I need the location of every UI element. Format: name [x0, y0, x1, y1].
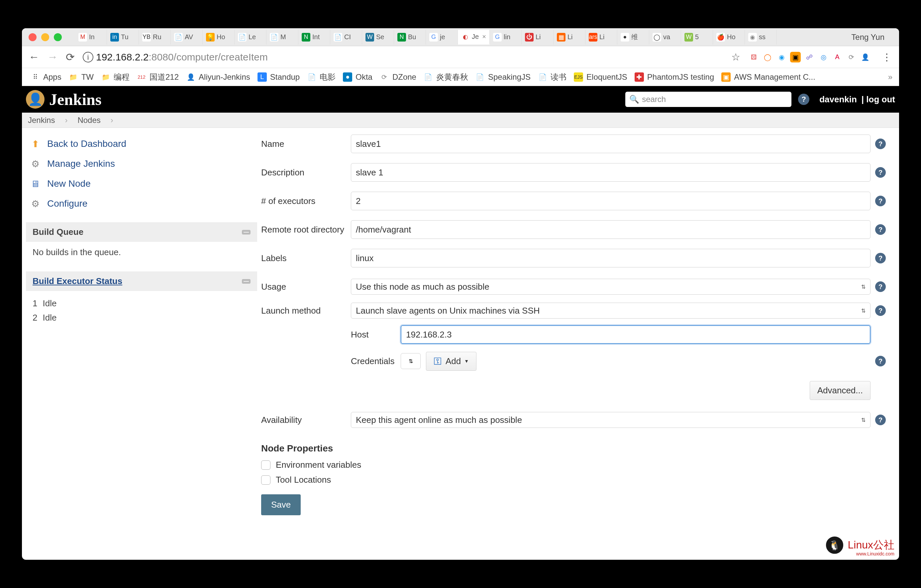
- crumb[interactable]: Nodes: [77, 115, 100, 125]
- browser-tab[interactable]: inTu: [107, 30, 139, 44]
- help-icon[interactable]: ?: [875, 138, 886, 149]
- jenkins-logo-icon[interactable]: 👤: [26, 90, 44, 109]
- bookmark-item[interactable]: ⠿Apps: [29, 72, 63, 82]
- browser-tab[interactable]: ●维: [617, 30, 649, 44]
- bookmark-item[interactable]: LStandup: [255, 72, 302, 82]
- ext-icon[interactable]: ◯: [762, 52, 773, 62]
- availability-select[interactable]: Keep this agent online as much as possib…: [351, 412, 871, 428]
- bookmark-item[interactable]: EJSEloquentJS: [572, 72, 629, 82]
- save-button[interactable]: Save: [261, 494, 301, 515]
- help-icon[interactable]: ?: [875, 281, 886, 292]
- ext-icon[interactable]: ◎: [818, 52, 829, 62]
- launch-select[interactable]: Launch slave agents on Unix machines via…: [351, 303, 871, 318]
- bookmark-item[interactable]: 📄电影: [305, 72, 338, 82]
- labels-input[interactable]: [351, 249, 871, 267]
- browser-tab[interactable]: 📄AV: [171, 30, 203, 44]
- checkbox[interactable]: [261, 475, 270, 485]
- checkbox[interactable]: [261, 460, 270, 470]
- browser-tab[interactable]: 📄M: [267, 30, 298, 44]
- ext-icon[interactable]: ⟳: [846, 52, 856, 62]
- ext-icon[interactable]: A: [832, 52, 843, 62]
- help-icon[interactable]: ?: [875, 224, 886, 235]
- browser-tab[interactable]: WSe: [362, 30, 394, 44]
- collapse-icon[interactable]: —: [242, 279, 251, 284]
- site-info-icon[interactable]: i: [83, 52, 93, 62]
- logout-link[interactable]: | log out: [862, 94, 895, 105]
- bookmark-item[interactable]: 📁TW: [67, 72, 96, 82]
- advanced-button[interactable]: Advanced...: [810, 381, 871, 400]
- browser-tab[interactable]: Gje: [426, 30, 458, 44]
- address-bar[interactable]: i 192.168.2.2:8080/computer/createItem: [83, 52, 723, 63]
- add-credentials-button[interactable]: ⚿ Add ▼: [426, 352, 477, 371]
- help-icon[interactable]: ?: [875, 356, 886, 366]
- browser-tab[interactable]: ▦Li: [553, 30, 586, 44]
- user-link[interactable]: davenkin: [819, 94, 857, 105]
- browser-tab[interactable]: W5: [681, 30, 713, 44]
- back-icon[interactable]: ←: [29, 51, 39, 63]
- bookmark-item[interactable]: 📁编程: [99, 72, 132, 82]
- browser-tab[interactable]: ◐Je×: [458, 30, 490, 44]
- browser-tab[interactable]: YBRu: [139, 30, 171, 44]
- toolbar: ← → ⟳ i 192.168.2.2:8080/computer/create…: [22, 46, 899, 68]
- executors-input[interactable]: [351, 192, 871, 210]
- help-icon[interactable]: ?: [875, 414, 886, 425]
- bookmark-item[interactable]: ⟳DZone: [378, 72, 418, 82]
- close-tab-icon[interactable]: ×: [482, 33, 486, 41]
- browser-tab[interactable]: 🍎Ho: [713, 30, 745, 44]
- browser-tab[interactable]: Glin: [490, 30, 522, 44]
- sidebar-item[interactable]: ⬆Back to Dashboard: [26, 134, 257, 154]
- credentials-select[interactable]: ⇅: [401, 353, 421, 369]
- bookmark-item[interactable]: ✚PhantomJS testing: [633, 72, 716, 82]
- bookmark-item[interactable]: ▣AWS Management C...: [719, 72, 817, 82]
- browser-tab[interactable]: ◯va: [649, 30, 681, 44]
- host-input[interactable]: [401, 325, 871, 344]
- chevron-right-icon: ›: [111, 115, 113, 125]
- browser-tab[interactable]: ◉ss: [745, 30, 777, 44]
- browser-tab[interactable]: 📄Le: [234, 30, 267, 44]
- browser-tab[interactable]: NBu: [394, 30, 426, 44]
- ext-icon[interactable]: ⚄: [748, 52, 759, 62]
- help-icon[interactable]: ?: [875, 167, 886, 178]
- help-icon[interactable]: ?: [875, 305, 886, 316]
- sidebar-item[interactable]: 🖥New Node: [26, 174, 257, 194]
- browser-tab[interactable]: NInt: [298, 30, 330, 44]
- bookmarks-overflow-icon[interactable]: »: [888, 72, 892, 82]
- bookmark-item[interactable]: 📄读书: [536, 72, 568, 82]
- bookmark-item[interactable]: 📄炎黄春秋: [421, 72, 470, 82]
- maximize-icon[interactable]: [54, 33, 62, 41]
- description-input[interactable]: [351, 163, 871, 182]
- description-label: Description: [261, 167, 351, 178]
- ext-icon[interactable]: ▣: [790, 52, 801, 62]
- search-input[interactable]: 🔍 search: [625, 92, 791, 107]
- browser-tab[interactable]: 📄CI: [330, 30, 362, 44]
- ext-icon[interactable]: ☍: [804, 52, 815, 62]
- profile-chip[interactable]: Teng Yun: [843, 32, 892, 42]
- browser-tab[interactable]: arsLi: [586, 30, 617, 44]
- browser-tab[interactable]: MIn: [75, 30, 107, 44]
- help-icon[interactable]: ?: [798, 94, 809, 105]
- ext-icon[interactable]: ◉: [776, 52, 787, 62]
- sidebar-item[interactable]: ⚙Configure: [26, 194, 257, 214]
- sidebar-item[interactable]: ⚙Manage Jenkins: [26, 154, 257, 174]
- executor-link[interactable]: Build Executor Status: [33, 276, 122, 286]
- bookmark-item[interactable]: 👤Aliyun-Jenkins: [184, 72, 252, 82]
- crumb[interactable]: Jenkins: [28, 115, 55, 125]
- name-input[interactable]: [351, 135, 871, 153]
- bookmark-item[interactable]: ●Okta: [341, 72, 374, 82]
- minimize-icon[interactable]: [41, 33, 49, 41]
- bookmark-item[interactable]: 📄SpeakingJS: [474, 72, 533, 82]
- menu-icon[interactable]: ⋮: [882, 51, 892, 63]
- forward-icon[interactable]: →: [47, 51, 58, 63]
- help-icon[interactable]: ?: [875, 253, 886, 263]
- rootdir-input[interactable]: [351, 220, 871, 239]
- ext-icon[interactable]: 👤: [860, 52, 871, 62]
- help-icon[interactable]: ?: [875, 196, 886, 206]
- close-icon[interactable]: [29, 33, 37, 41]
- browser-tab[interactable]: 💡Ho: [203, 30, 234, 44]
- bookmark-star-icon[interactable]: ☆: [731, 51, 740, 63]
- usage-select[interactable]: Use this node as much as possible⇅: [351, 279, 871, 295]
- bookmark-item[interactable]: 212国道212: [135, 72, 181, 82]
- browser-tab[interactable]: ⏻Li: [522, 30, 553, 44]
- collapse-icon[interactable]: —: [242, 230, 251, 234]
- reload-icon[interactable]: ⟳: [66, 51, 75, 63]
